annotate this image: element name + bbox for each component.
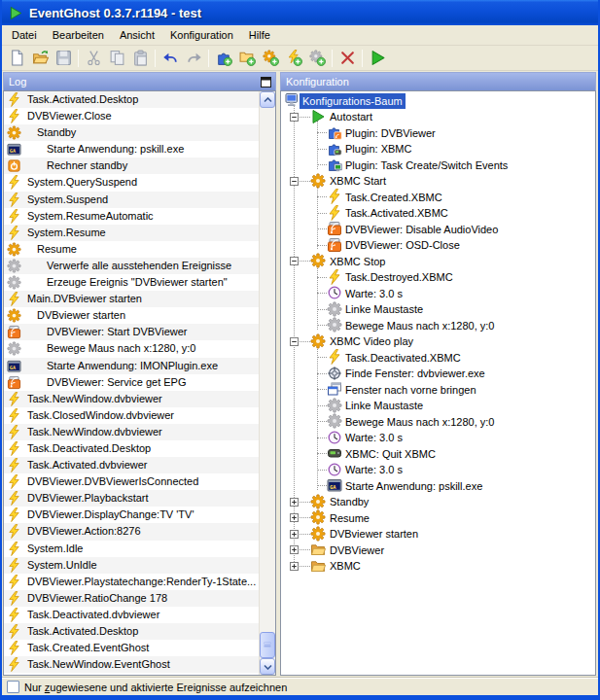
- add-plugin-button[interactable]: [212, 48, 235, 69]
- tree-item[interactable]: Bewege Maus nach x:1280, y:0: [282, 317, 595, 333]
- log-row[interactable]: DVBViewer.Action:8276: [4, 523, 259, 540]
- new-button[interactable]: [5, 48, 28, 69]
- tree-item[interactable]: Plugin: XBMC: [282, 141, 595, 158]
- scroll-up-button[interactable]: [260, 91, 275, 108]
- menu-item-bearbeiten[interactable]: Bearbeiten: [45, 26, 112, 44]
- log-row[interactable]: Task.Activated.dvbviewer: [4, 457, 259, 473]
- tree-item[interactable]: DVBViewer: OSD-Close: [282, 237, 595, 254]
- open-button[interactable]: [28, 48, 52, 69]
- tree-item[interactable]: Task.Created.XBMC: [282, 189, 595, 205]
- undo-button[interactable]: [159, 48, 182, 69]
- log-row[interactable]: DVBViewer.Playbackstart: [4, 490, 259, 507]
- tree-item[interactable]: Warte: 3.0 s: [282, 462, 595, 478]
- log-row[interactable]: Task.Activated.Desktop: [4, 91, 259, 108]
- log-row[interactable]: Main.DVBviewer starten: [4, 291, 259, 307]
- log-row[interactable]: System.ResumeAutomatic: [4, 208, 259, 225]
- log-row[interactable]: Task.Activated.Desktop: [4, 623, 259, 640]
- tree-item[interactable]: Bewege Maus nach x:1280, y:0: [282, 413, 595, 430]
- add-event-button[interactable]: [282, 48, 305, 69]
- menu-item-konfiguration[interactable]: Konfiguration: [162, 26, 241, 44]
- tree-item[interactable]: Warte: 3.0 s: [282, 285, 595, 301]
- expand-expander[interactable]: [290, 562, 299, 571]
- add-action-button[interactable]: [305, 48, 329, 69]
- log-row[interactable]: Task.Deactivated.Desktop: [4, 440, 259, 457]
- tree-item[interactable]: XBMC: Quit XBMC: [282, 445, 595, 462]
- add-macro-button[interactable]: [259, 48, 282, 69]
- tree-item[interactable]: Autostart: [282, 109, 595, 125]
- menu-item-hilfe[interactable]: Hilfe: [241, 26, 278, 44]
- log-row[interactable]: Verwerfe alle ausstehenden Ereignisse: [4, 258, 259, 274]
- log-row[interactable]: System.Idle: [4, 541, 259, 557]
- log-row[interactable]: Erzeuge Ereignis "DVBviewer starten": [4, 274, 259, 291]
- tree-item[interactable]: Task.Activated.XBMC: [282, 205, 595, 222]
- log-row[interactable]: DVBViewer.DVBViewerIsConnected: [4, 473, 259, 490]
- collapse-expander[interactable]: [290, 257, 299, 265]
- expand-expander[interactable]: [290, 530, 299, 539]
- log-row[interactable]: Standby: [4, 124, 259, 141]
- log-scrollbar[interactable]: [259, 91, 275, 675]
- log-row[interactable]: DVBViewer: Service get EPG: [4, 374, 259, 391]
- tree-item[interactable]: Konfigurations-Baum: [282, 92, 595, 109]
- tree-item[interactable]: Task.Destroyed.XBMC: [282, 269, 595, 286]
- cut-button[interactable]: [82, 48, 105, 69]
- delete-button[interactable]: [335, 48, 359, 69]
- log-row[interactable]: Bewege Maus nach x:1280, y:0: [4, 340, 259, 357]
- tree-item[interactable]: XBMC: [282, 558, 595, 575]
- save-button[interactable]: [52, 48, 75, 69]
- tree-item[interactable]: Plugin: DVBViewer: [282, 124, 595, 141]
- log-row[interactable]: DVBViewer: Start DVBViewer: [4, 324, 259, 340]
- log-row[interactable]: GAStarte Anwendung: IMONPlugin.exe: [4, 358, 259, 374]
- log-row[interactable]: Task.NewWindow.EventGhost: [4, 656, 259, 673]
- log-row[interactable]: Task.Created.EventGhost: [4, 640, 259, 656]
- collapse-expander[interactable]: [290, 113, 299, 122]
- log-row[interactable]: DVBViewer.RatioChange 178: [4, 590, 259, 607]
- tree-item[interactable]: Linke Maustaste: [282, 301, 595, 318]
- log-row[interactable]: Task.NewWindow.dvbviewer: [4, 424, 259, 440]
- tree-item[interactable]: XBMC Start: [282, 173, 595, 190]
- tree-item[interactable]: Plugin: Task Create/Switch Events: [282, 157, 595, 173]
- expand-expander[interactable]: [290, 513, 299, 522]
- collapse-expander[interactable]: [290, 177, 299, 186]
- expand-expander[interactable]: [290, 545, 299, 554]
- tree-item[interactable]: DVBviewer starten: [282, 526, 595, 542]
- tree-item[interactable]: Resume: [282, 509, 595, 526]
- tree-item[interactable]: Linke Maustaste: [282, 398, 595, 414]
- redo-button[interactable]: [182, 48, 205, 69]
- log-row[interactable]: DVBViewer.Close: [4, 108, 259, 124]
- log-row[interactable]: DVBViewer.Playstatechange:RenderTy-1Stat…: [4, 574, 259, 590]
- expand-expander[interactable]: [290, 498, 299, 507]
- log-row[interactable]: GAStarte Anwendung: pskill.exe: [4, 141, 259, 158]
- tree-item[interactable]: XBMC Stop: [282, 253, 595, 269]
- tree-item[interactable]: GAStarte Anwendung: pskill.exe: [282, 477, 595, 494]
- tree-item[interactable]: Fenster nach vorne bringen: [282, 381, 595, 398]
- menu-item-datei[interactable]: Datei: [4, 26, 45, 44]
- log-row[interactable]: DVBviewer starten: [4, 307, 259, 324]
- dock-window-icon[interactable]: [261, 77, 271, 88]
- log-row[interactable]: System.Resume: [4, 225, 259, 241]
- log-row[interactable]: System.QuerySuspend: [4, 174, 259, 191]
- tree-item[interactable]: Task.Deactivated.XBMC: [282, 349, 595, 366]
- tree-item[interactable]: Finde Fenster: dvbviewer.exe: [282, 366, 595, 382]
- scrollbar-thumb[interactable]: [260, 632, 275, 658]
- log-row[interactable]: System.Suspend: [4, 192, 259, 208]
- tree-item[interactable]: DVBViewer: [282, 542, 595, 558]
- log-row[interactable]: Task.Deactivated.dvbviewer: [4, 607, 259, 623]
- copy-button[interactable]: [105, 48, 128, 69]
- menu-item-ansicht[interactable]: Ansicht: [112, 26, 162, 44]
- add-folder-button[interactable]: [235, 48, 259, 69]
- log-row[interactable]: Resume: [4, 241, 259, 258]
- log-row[interactable]: DVBViewer.DisplayChange:TV 'TV': [4, 507, 259, 523]
- tree-item[interactable]: DVBViewer: Disable AudioVideo: [282, 221, 595, 237]
- tree-item[interactable]: Warte: 3.0 s: [282, 430, 595, 446]
- collapse-expander[interactable]: [290, 337, 299, 346]
- execute-button[interactable]: [366, 48, 389, 69]
- scroll-down-button[interactable]: [260, 658, 275, 675]
- log-row[interactable]: Task.ClosedWindow.dvbviewer: [4, 407, 259, 424]
- log-row[interactable]: Rechner standby: [4, 158, 259, 174]
- tree-item[interactable]: XBMC Video play: [282, 333, 595, 350]
- log-filter-checkbox[interactable]: [7, 681, 19, 693]
- tree-item[interactable]: Standby: [282, 494, 595, 510]
- log-row[interactable]: Task.NewWindow.dvbviewer: [4, 391, 259, 407]
- log-row[interactable]: System.UnIdle: [4, 557, 259, 574]
- paste-button[interactable]: [128, 48, 152, 69]
